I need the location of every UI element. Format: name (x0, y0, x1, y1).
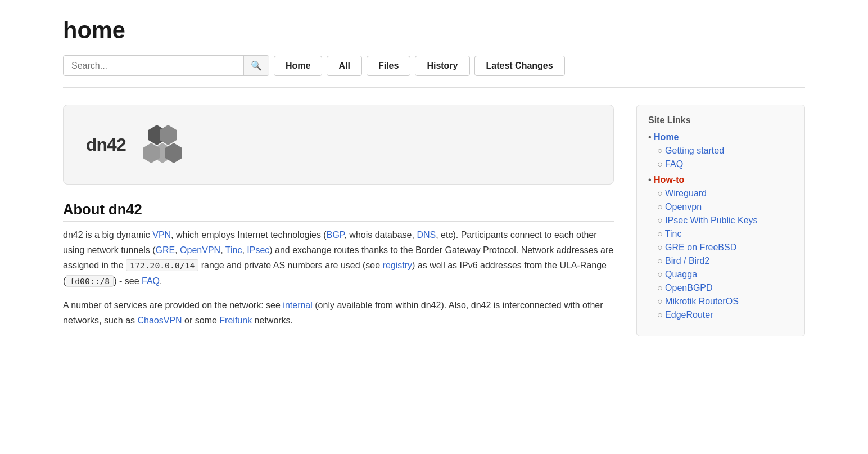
sidebar-link-openvpn[interactable]: Openvpn (665, 202, 702, 212)
sidebar-section-howto: How-to Wireguard Openvpn IPsec With Publ… (648, 175, 793, 320)
para2-text1: A number of services are provided on the… (63, 300, 283, 310)
link-openvpn[interactable]: OpenVPN (180, 245, 220, 255)
sidebar-item-wireguard: Wireguard (657, 188, 793, 199)
sidebar-item-openvpn: Openvpn (657, 202, 793, 212)
sidebar-link-faq[interactable]: FAQ (665, 159, 683, 169)
search-input[interactable] (64, 56, 243, 75)
paragraph-2: A number of services are provided on the… (63, 298, 614, 328)
sidebar-item-openbgpd: OpenBGPD (657, 283, 793, 293)
sidebar-item-tinc: Tinc (657, 229, 793, 239)
sidebar-box: Site Links Home Getting started FAQ (636, 105, 805, 336)
sidebar: Site Links Home Getting started FAQ (636, 105, 805, 336)
sidebar-item-bird: Bird / Bird2 (657, 256, 793, 266)
para1-text1: dn42 is a big dynamic (63, 230, 152, 240)
nav-files-button[interactable]: Files (367, 56, 410, 76)
nav-all-button[interactable]: All (327, 56, 361, 76)
para2-text4: networks. (252, 316, 293, 325)
sidebar-item-mikrotik: Mikrotik RouterOS (657, 296, 793, 307)
para1-text12: . (160, 276, 162, 286)
content-area: dn42 About dn42 (63, 105, 614, 337)
page-title: home (63, 17, 805, 44)
nav-history-button[interactable]: History (415, 56, 469, 76)
nav-home-button[interactable]: Home (274, 56, 322, 76)
sidebar-link-home[interactable]: Home (654, 132, 679, 142)
sidebar-section-home: Home Getting started FAQ (648, 132, 793, 169)
sidebar-item-edgerouter: EdgeRouter (657, 310, 793, 320)
svg-marker-4 (143, 143, 160, 163)
sidebar-link-openbgpd[interactable]: OpenBGPD (665, 283, 712, 293)
link-dns[interactable]: DNS (417, 230, 436, 240)
sidebar-link-mikrotik[interactable]: Mikrotik RouterOS (665, 296, 739, 306)
para1-text9: range and private AS numbers are used (s… (198, 260, 382, 270)
main-content: dn42 About dn42 (63, 105, 805, 337)
divider (63, 87, 805, 88)
sidebar-item-gre-freebsd: GRE on FreeBSD (657, 242, 793, 253)
sidebar-link-ipsec-public-keys[interactable]: IPsec With Public Keys (665, 215, 758, 225)
link-ipsec[interactable]: IPsec (247, 245, 269, 255)
top-bar: 🔍 Home All Files History Latest Changes (63, 55, 805, 76)
sidebar-item-quagga: Quagga (657, 269, 793, 280)
sidebar-subsection-howto: Wireguard Openvpn IPsec With Public Keys… (648, 188, 793, 320)
svg-marker-1 (160, 125, 177, 145)
link-bgp[interactable]: BGP (327, 230, 345, 240)
about-heading: About dn42 (63, 201, 614, 222)
sidebar-link-getting-started[interactable]: Getting started (665, 146, 724, 155)
para1-text7: , (242, 245, 247, 255)
sidebar-link-tinc[interactable]: Tinc (665, 229, 682, 239)
para1-text2: , which employs Internet technologies ( (171, 230, 327, 240)
sidebar-link-bird[interactable]: Bird / Bird2 (665, 256, 709, 266)
para2-text3: or some (182, 316, 220, 325)
search-wrapper: 🔍 (63, 55, 269, 76)
para1-text3: , whois database, (344, 230, 417, 240)
sidebar-link-quagga[interactable]: Quagga (665, 269, 697, 279)
svg-marker-3 (165, 143, 182, 163)
code-range: 172.20.0.0/14 (126, 259, 198, 271)
link-internal[interactable]: internal (283, 300, 312, 310)
link-tinc[interactable]: Tinc (225, 245, 242, 255)
code-ipv6: fd00::/8 (66, 275, 114, 287)
nav-latest-changes-button[interactable]: Latest Changes (474, 56, 565, 76)
para1-text5: , (175, 245, 180, 255)
honeycomb-icon (126, 122, 188, 167)
sidebar-link-edgerouter[interactable]: EdgeRouter (665, 310, 713, 320)
sidebar-title: Site Links (648, 115, 793, 125)
sidebar-link-howto[interactable]: How-to (654, 175, 684, 185)
link-chaosvpn[interactable]: ChaosVPN (138, 316, 182, 325)
search-button[interactable]: 🔍 (243, 56, 269, 75)
dn42-logo: dn42 (86, 122, 188, 167)
paragraph-1: dn42 is a big dynamic VPN, which employs… (63, 227, 614, 289)
link-freifunk[interactable]: Freifunk (219, 316, 252, 325)
sidebar-link-gre-freebsd[interactable]: GRE on FreeBSD (665, 242, 736, 252)
sidebar-link-wireguard[interactable]: Wireguard (665, 188, 707, 198)
sidebar-links-list: Home Getting started FAQ How-to (648, 132, 793, 320)
link-gre[interactable]: GRE (156, 245, 175, 255)
link-faq[interactable]: FAQ (142, 276, 160, 286)
logo-text: dn42 (86, 134, 126, 155)
logo-box: dn42 (63, 105, 614, 185)
para1-text11: ) - see (114, 276, 142, 286)
link-vpn[interactable]: VPN (152, 230, 171, 240)
sidebar-item-faq: FAQ (657, 159, 793, 169)
link-registry[interactable]: registry (383, 260, 412, 270)
sidebar-item-ipsec-public-keys: IPsec With Public Keys (657, 215, 793, 226)
para1-text6: , (220, 245, 225, 255)
sidebar-item-getting-started: Getting started (657, 146, 793, 156)
sidebar-subsection-home: Getting started FAQ (648, 146, 793, 169)
